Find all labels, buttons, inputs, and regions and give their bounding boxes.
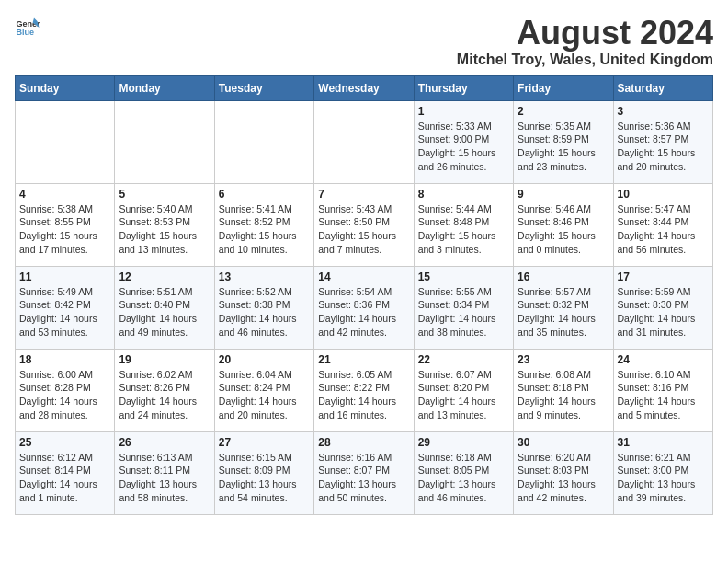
day-info: Sunrise: 5:49 AM Sunset: 8:42 PM Dayligh… bbox=[19, 285, 110, 339]
day-info: Sunrise: 5:59 AM Sunset: 8:30 PM Dayligh… bbox=[618, 285, 709, 339]
day-number: 2 bbox=[518, 105, 609, 118]
calendar-cell bbox=[314, 100, 414, 183]
subtitle: Mitchel Troy, Wales, United Kingdom bbox=[457, 52, 713, 68]
day-info: Sunrise: 6:13 AM Sunset: 8:11 PM Dayligh… bbox=[119, 451, 210, 505]
day-info: Sunrise: 6:20 AM Sunset: 8:03 PM Dayligh… bbox=[518, 451, 609, 505]
day-number: 14 bbox=[318, 270, 409, 283]
day-number: 27 bbox=[219, 436, 310, 449]
day-number: 6 bbox=[219, 188, 310, 201]
day-number: 15 bbox=[418, 270, 509, 283]
calendar-cell: 6Sunrise: 5:41 AM Sunset: 8:52 PM Daylig… bbox=[214, 183, 313, 266]
day-of-week-header: Saturday bbox=[613, 75, 712, 100]
day-number: 5 bbox=[119, 188, 210, 201]
day-number: 18 bbox=[19, 353, 110, 366]
calendar-cell: 31Sunrise: 6:21 AM Sunset: 8:00 PM Dayli… bbox=[613, 431, 712, 514]
day-info: Sunrise: 6:15 AM Sunset: 8:09 PM Dayligh… bbox=[219, 451, 310, 505]
logo-icon: General Blue bbox=[15, 15, 40, 40]
day-of-week-header: Monday bbox=[115, 75, 214, 100]
day-info: Sunrise: 5:47 AM Sunset: 8:44 PM Dayligh… bbox=[618, 202, 709, 257]
day-number: 26 bbox=[119, 436, 210, 449]
day-info: Sunrise: 6:18 AM Sunset: 8:05 PM Dayligh… bbox=[418, 451, 509, 505]
day-info: Sunrise: 5:54 AM Sunset: 8:36 PM Dayligh… bbox=[318, 285, 409, 339]
day-info: Sunrise: 6:12 AM Sunset: 8:14 PM Dayligh… bbox=[19, 451, 110, 505]
calendar-cell: 27Sunrise: 6:15 AM Sunset: 8:09 PM Dayli… bbox=[214, 431, 313, 514]
calendar-cell: 18Sunrise: 6:00 AM Sunset: 8:28 PM Dayli… bbox=[16, 349, 115, 431]
calendar-cell: 24Sunrise: 6:10 AM Sunset: 8:16 PM Dayli… bbox=[613, 349, 712, 431]
calendar-cell: 21Sunrise: 6:05 AM Sunset: 8:22 PM Dayli… bbox=[314, 349, 414, 431]
day-info: Sunrise: 5:35 AM Sunset: 8:59 PM Dayligh… bbox=[518, 120, 609, 174]
calendar-cell: 10Sunrise: 5:47 AM Sunset: 8:44 PM Dayli… bbox=[613, 183, 712, 266]
day-of-week-header: Tuesday bbox=[214, 75, 313, 100]
day-number: 25 bbox=[19, 436, 110, 449]
calendar-cell: 9Sunrise: 5:46 AM Sunset: 8:46 PM Daylig… bbox=[514, 183, 613, 266]
day-number: 12 bbox=[119, 270, 210, 283]
day-info: Sunrise: 5:40 AM Sunset: 8:53 PM Dayligh… bbox=[119, 202, 210, 257]
calendar-cell: 20Sunrise: 6:04 AM Sunset: 8:24 PM Dayli… bbox=[214, 349, 313, 431]
calendar-cell bbox=[214, 100, 313, 183]
title-area: August 2024 Mitchel Troy, Wales, United … bbox=[457, 15, 713, 68]
day-number: 30 bbox=[518, 436, 609, 449]
calendar-cell: 17Sunrise: 5:59 AM Sunset: 8:30 PM Dayli… bbox=[613, 266, 712, 349]
day-number: 4 bbox=[19, 188, 110, 201]
day-number: 21 bbox=[318, 353, 409, 366]
calendar-week-row: 1Sunrise: 5:33 AM Sunset: 9:00 PM Daylig… bbox=[16, 100, 713, 183]
calendar-cell: 7Sunrise: 5:43 AM Sunset: 8:50 PM Daylig… bbox=[314, 183, 414, 266]
day-number: 23 bbox=[518, 353, 609, 366]
day-number: 11 bbox=[19, 270, 110, 283]
calendar-cell: 22Sunrise: 6:07 AM Sunset: 8:20 PM Dayli… bbox=[414, 349, 513, 431]
calendar-cell: 1Sunrise: 5:33 AM Sunset: 9:00 PM Daylig… bbox=[414, 100, 513, 183]
day-number: 3 bbox=[618, 105, 709, 118]
day-info: Sunrise: 5:57 AM Sunset: 8:32 PM Dayligh… bbox=[518, 285, 609, 339]
day-info: Sunrise: 5:41 AM Sunset: 8:52 PM Dayligh… bbox=[219, 202, 310, 257]
calendar-cell: 4Sunrise: 5:38 AM Sunset: 8:55 PM Daylig… bbox=[16, 183, 115, 266]
day-number: 29 bbox=[418, 436, 509, 449]
day-info: Sunrise: 6:21 AM Sunset: 8:00 PM Dayligh… bbox=[618, 451, 709, 505]
day-number: 10 bbox=[618, 188, 709, 201]
day-info: Sunrise: 5:36 AM Sunset: 8:57 PM Dayligh… bbox=[618, 120, 709, 174]
day-number: 7 bbox=[318, 188, 409, 201]
calendar-cell: 2Sunrise: 5:35 AM Sunset: 8:59 PM Daylig… bbox=[514, 100, 613, 183]
day-number: 8 bbox=[418, 188, 509, 201]
calendar-cell: 8Sunrise: 5:44 AM Sunset: 8:48 PM Daylig… bbox=[414, 183, 513, 266]
calendar-cell: 23Sunrise: 6:08 AM Sunset: 8:18 PM Dayli… bbox=[514, 349, 613, 431]
day-info: Sunrise: 6:00 AM Sunset: 8:28 PM Dayligh… bbox=[19, 368, 110, 422]
calendar-cell: 28Sunrise: 6:16 AM Sunset: 8:07 PM Dayli… bbox=[314, 431, 414, 514]
day-info: Sunrise: 5:51 AM Sunset: 8:40 PM Dayligh… bbox=[119, 285, 210, 339]
day-of-week-header: Sunday bbox=[16, 75, 115, 100]
day-info: Sunrise: 6:04 AM Sunset: 8:24 PM Dayligh… bbox=[219, 368, 310, 422]
day-info: Sunrise: 5:46 AM Sunset: 8:46 PM Dayligh… bbox=[518, 202, 609, 257]
calendar: SundayMondayTuesdayWednesdayThursdayFrid… bbox=[15, 75, 713, 515]
calendar-cell: 30Sunrise: 6:20 AM Sunset: 8:03 PM Dayli… bbox=[514, 431, 613, 514]
calendar-cell: 19Sunrise: 6:02 AM Sunset: 8:26 PM Dayli… bbox=[115, 349, 214, 431]
day-number: 17 bbox=[618, 270, 709, 283]
calendar-cell: 11Sunrise: 5:49 AM Sunset: 8:42 PM Dayli… bbox=[16, 266, 115, 349]
day-of-week-header: Wednesday bbox=[314, 75, 414, 100]
day-info: Sunrise: 6:08 AM Sunset: 8:18 PM Dayligh… bbox=[518, 368, 609, 422]
calendar-cell: 29Sunrise: 6:18 AM Sunset: 8:05 PM Dayli… bbox=[414, 431, 513, 514]
day-number: 9 bbox=[518, 188, 609, 201]
calendar-week-row: 11Sunrise: 5:49 AM Sunset: 8:42 PM Dayli… bbox=[16, 266, 713, 349]
logo: General Blue bbox=[15, 15, 40, 40]
day-info: Sunrise: 6:05 AM Sunset: 8:22 PM Dayligh… bbox=[318, 368, 409, 422]
day-info: Sunrise: 5:44 AM Sunset: 8:48 PM Dayligh… bbox=[418, 202, 509, 257]
day-of-week-header: Friday bbox=[514, 75, 613, 100]
day-info: Sunrise: 5:52 AM Sunset: 8:38 PM Dayligh… bbox=[219, 285, 310, 339]
day-number: 16 bbox=[518, 270, 609, 283]
day-number: 20 bbox=[219, 353, 310, 366]
calendar-cell bbox=[115, 100, 214, 183]
day-info: Sunrise: 5:43 AM Sunset: 8:50 PM Dayligh… bbox=[318, 202, 409, 257]
calendar-cell: 12Sunrise: 5:51 AM Sunset: 8:40 PM Dayli… bbox=[115, 266, 214, 349]
calendar-cell: 3Sunrise: 5:36 AM Sunset: 8:57 PM Daylig… bbox=[613, 100, 712, 183]
calendar-week-row: 18Sunrise: 6:00 AM Sunset: 8:28 PM Dayli… bbox=[16, 349, 713, 431]
calendar-week-row: 4Sunrise: 5:38 AM Sunset: 8:55 PM Daylig… bbox=[16, 183, 713, 266]
calendar-cell bbox=[16, 100, 115, 183]
day-of-week-header: Thursday bbox=[414, 75, 513, 100]
day-number: 31 bbox=[618, 436, 709, 449]
day-number: 1 bbox=[418, 105, 509, 118]
day-info: Sunrise: 6:10 AM Sunset: 8:16 PM Dayligh… bbox=[618, 368, 709, 422]
calendar-week-row: 25Sunrise: 6:12 AM Sunset: 8:14 PM Dayli… bbox=[16, 431, 713, 514]
day-number: 19 bbox=[119, 353, 210, 366]
day-info: Sunrise: 5:38 AM Sunset: 8:55 PM Dayligh… bbox=[19, 202, 110, 257]
day-info: Sunrise: 5:33 AM Sunset: 9:00 PM Dayligh… bbox=[418, 120, 509, 174]
calendar-cell: 13Sunrise: 5:52 AM Sunset: 8:38 PM Dayli… bbox=[214, 266, 313, 349]
